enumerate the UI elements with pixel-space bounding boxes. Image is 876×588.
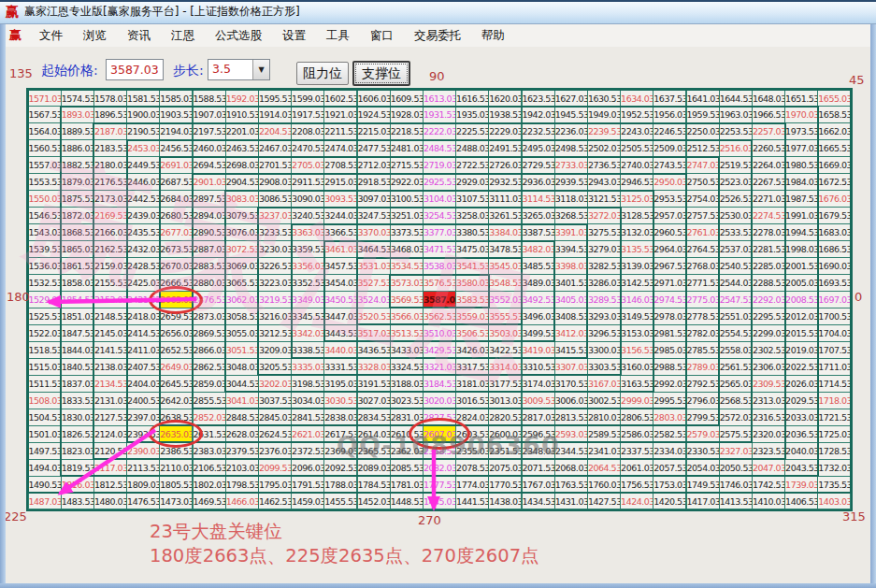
menu-item-2[interactable]: 浏览 <box>73 25 117 47</box>
grid-cell: 2008.53 <box>785 292 817 308</box>
grid-cell: 1826.53 <box>62 426 93 442</box>
grid-cell: 2491.53 <box>489 140 521 156</box>
grid-cell: 2477.53 <box>358 140 390 156</box>
grid-cell: 2131.03 <box>94 393 126 409</box>
grid-cell: 3513.53 <box>391 325 423 341</box>
grid-cell: 1441.53 <box>456 494 488 509</box>
grid-cell: 3527.53 <box>358 275 390 291</box>
key-level-annotation: 23号大盘关键位 180度2663点、225度2635点、270度2607点 <box>150 520 539 568</box>
grid-cell: 2274.53 <box>753 208 784 223</box>
grid-cell: 2393.53 <box>127 426 159 442</box>
grid-cell: 1616.53 <box>456 91 488 107</box>
grid-cell: 2075.03 <box>489 460 521 476</box>
grid-cell: 1679.53 <box>818 208 850 223</box>
grid-cell: 2162.53 <box>94 241 126 257</box>
menu-item-1[interactable]: 文件 <box>29 25 73 47</box>
grid-cell: 3300.03 <box>588 342 620 358</box>
grid-cell: 3069.03 <box>226 258 258 274</box>
grid-cell: 2936.03 <box>523 174 554 190</box>
menu-item-5[interactable]: 公式选股 <box>205 25 272 47</box>
chevron-down-icon[interactable]: ▼ <box>252 60 269 79</box>
grid-cell: 2005.03 <box>785 275 817 291</box>
grid-cell: 1732.03 <box>818 460 850 476</box>
grid-cell: 2033.03 <box>785 409 817 425</box>
grid-cell: 2841.53 <box>292 409 323 425</box>
support-button[interactable]: 支撑位 <box>352 61 410 86</box>
grid-cell: 2019.03 <box>785 342 817 358</box>
step-label: 步长: <box>173 63 204 79</box>
grid-cell: 1858.03 <box>62 275 93 291</box>
grid-cell: 2355.03 <box>456 443 488 459</box>
grid-cell: 2628.03 <box>226 426 258 442</box>
grid-cell: 1998.03 <box>785 241 817 257</box>
grid-cell: 3121.53 <box>588 191 620 207</box>
grid-cell: 2365.53 <box>358 443 390 459</box>
grid-cell: 1931.53 <box>424 107 455 122</box>
grid-cell: 2456.53 <box>160 140 192 156</box>
grid-cell: 2078.53 <box>456 460 488 476</box>
grid-cell: 3090.03 <box>292 191 323 207</box>
grid-cell: 3328.03 <box>358 359 390 375</box>
grid-cell: 3114.53 <box>523 191 554 207</box>
grid-cell: 3545.03 <box>489 258 521 274</box>
grid-cell: 2026.03 <box>785 376 817 392</box>
grid-cell: 2264.03 <box>753 157 784 173</box>
grid-cell: 3093.53 <box>324 191 356 207</box>
grid-cell: 3212.53 <box>259 325 291 341</box>
grid-cell: 1424.03 <box>621 494 653 509</box>
grid-cell: 2813.53 <box>555 409 587 425</box>
start-price-input[interactable] <box>106 59 164 80</box>
menu-item-9[interactable]: 交易委托 <box>404 25 471 47</box>
grid-cell: 2600.03 <box>489 426 521 442</box>
grid-cell: 3139.03 <box>621 258 653 274</box>
grid-cell: 3548.53 <box>489 275 521 291</box>
grid-cell: 3027.03 <box>358 393 390 409</box>
grid-cell: 2260.53 <box>753 140 784 156</box>
menu-item-7[interactable]: 工具 <box>316 25 360 47</box>
grid-cell: 3006.03 <box>555 393 587 409</box>
grid-cell: 2330.53 <box>687 443 719 459</box>
grid-cell: 1697.03 <box>818 292 850 308</box>
grid-cell: 2250.03 <box>687 123 719 139</box>
grid-cell: 1693.53 <box>818 275 850 291</box>
grid-cell: 2040.03 <box>785 443 817 459</box>
menu-item-4[interactable]: 江恩 <box>161 25 205 47</box>
grid-cell: 1707.53 <box>818 342 850 358</box>
grid-cell: 3573.03 <box>391 275 423 291</box>
grid-cell: 1543.03 <box>29 224 61 240</box>
grid-cell: 2446.03 <box>127 174 159 190</box>
grid-cell: 2743.53 <box>653 157 685 173</box>
menu-item-6[interactable]: 设置 <box>272 25 316 47</box>
step-combo[interactable]: 3.5 ▼ <box>208 59 270 80</box>
grid-cell: 2148.53 <box>94 308 126 324</box>
menu-item-8[interactable]: 窗口 <box>360 25 404 47</box>
grid-cell: 1844.03 <box>62 342 93 358</box>
degree-label-270: 270 <box>418 513 441 527</box>
grid-cell: 1525.53 <box>29 308 61 324</box>
grid-cell: 3457.53 <box>324 258 356 274</box>
grid-cell: 2831.03 <box>391 409 423 425</box>
menu-item-3[interactable]: 资讯 <box>117 25 161 47</box>
grid-cell: 3247.53 <box>358 208 390 223</box>
grid-cell: 3125.03 <box>621 191 653 207</box>
resistance-button[interactable]: 阻力位 <box>296 62 349 85</box>
grid-cell: 3118.03 <box>555 191 587 207</box>
grid-cell: 2390.03 <box>127 443 159 459</box>
grid-cell: 2278.03 <box>753 224 784 240</box>
degree-label-225: 225 <box>4 509 27 523</box>
menu-item-10[interactable]: 帮助 <box>471 25 515 47</box>
grid-cell: 1431.03 <box>555 494 587 509</box>
grid-cell: 1781.03 <box>391 477 423 493</box>
grid-cell: 1945.53 <box>555 107 587 122</box>
start-price-label: 起始价格: <box>41 63 98 79</box>
grid-cell: 3202.03 <box>259 376 291 392</box>
grid-cell: 2047.03 <box>753 460 784 476</box>
grid-cell: 2222.03 <box>424 123 455 139</box>
grid-cell: 2344.53 <box>555 443 587 459</box>
grid-cell: 1550.03 <box>29 191 61 207</box>
grid-cell: 2733.03 <box>555 157 587 173</box>
grid-cell: 3282.53 <box>588 258 620 274</box>
grid-cell: 3065.53 <box>226 275 258 291</box>
grid-cell: 1476.53 <box>127 494 159 509</box>
menu-logo-icon: 赢 <box>6 27 29 44</box>
